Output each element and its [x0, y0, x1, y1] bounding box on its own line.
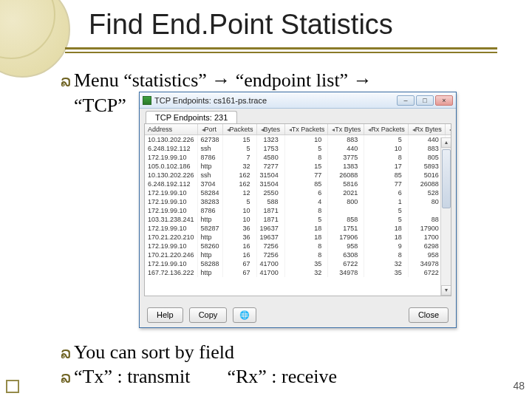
table-cell: 5	[222, 144, 256, 153]
col-rx-bytes[interactable]: ◂Rx Bytes	[408, 124, 445, 135]
table-cell: 1871	[256, 215, 284, 224]
table-row[interactable]: 172.19.99.1058260167256895896298-	[145, 242, 451, 250]
table-cell: 1323	[256, 135, 284, 145]
bullet-text: “TCP”	[74, 95, 126, 116]
table-cell: 1383	[328, 162, 364, 171]
table-row[interactable]: 172.19.99.103828355884800180-	[145, 197, 451, 206]
table-cell: 3775	[328, 153, 364, 162]
table-cell: 103.31.238.241	[145, 215, 197, 224]
close-button[interactable]: Close	[409, 307, 449, 323]
col-rx-packets[interactable]: ◂Rx Packets	[364, 124, 409, 135]
table-cell: 10	[222, 215, 256, 224]
table-cell: 162	[222, 180, 256, 188]
col-latitude[interactable]: ◂Latitude	[445, 124, 451, 135]
table-cell: 1	[364, 197, 409, 206]
scroll-up-button[interactable]: ▴	[441, 137, 451, 148]
table-row[interactable]: 170.21.220.210http36196371817906181700-	[145, 233, 451, 242]
col-address[interactable]: Address	[145, 124, 197, 135]
table-cell: 77	[284, 171, 328, 180]
minimize-button[interactable]: –	[397, 95, 415, 106]
scroll-thumb[interactable]	[442, 149, 451, 208]
col-bytes[interactable]: ◂Bytes	[256, 124, 284, 135]
table-cell: 7256	[256, 250, 284, 259]
table-cell: 4	[284, 197, 328, 206]
title-underline	[65, 47, 497, 50]
table-row[interactable]: 6.248.192.1123704162315048558167726088-	[145, 180, 451, 188]
window-controls: – □ ×	[397, 95, 453, 106]
table-cell: 172.19.99.10	[145, 224, 197, 233]
decorative-square	[6, 380, 19, 393]
table-cell: 85	[364, 171, 409, 180]
copy-button[interactable]: Copy	[189, 307, 228, 323]
table-cell: 58260	[197, 242, 222, 250]
table-row[interactable]: 10.130.202.226ssh162315047726088855016-	[145, 171, 451, 180]
table-row[interactable]: 172.19.99.1058284122550620216528-	[145, 188, 451, 197]
table-row[interactable]: 103.31.238.241http1018715858588-	[145, 215, 451, 224]
vertical-scrollbar[interactable]: ▴ ▾	[440, 137, 451, 296]
table-cell: 10	[284, 135, 328, 145]
table-cell: 9	[364, 242, 409, 250]
table-cell: 1753	[256, 144, 284, 153]
table-row[interactable]: 172.19.99.10878610187185-	[145, 206, 451, 215]
table-cell: 528	[408, 188, 445, 197]
table-cell: 34978	[328, 268, 364, 277]
table-cell: 958	[328, 242, 364, 250]
table-row[interactable]: 105.0.102.186http327277151383175893-	[145, 162, 451, 171]
table-cell: 17906	[328, 233, 364, 242]
table-cell: 26088	[408, 180, 445, 188]
table-cell: 162	[222, 171, 256, 180]
table-cell: http	[197, 162, 222, 171]
bullet-icon: ລ	[61, 368, 71, 386]
table-cell: 31504	[256, 171, 284, 180]
table-cell: 5893	[408, 162, 445, 171]
col-tx-bytes[interactable]: ◂Tx Bytes	[328, 124, 364, 135]
table-cell: 6.248.192.112	[145, 180, 197, 188]
table-cell: 31504	[256, 180, 284, 188]
help-button[interactable]: Help	[147, 307, 183, 323]
scroll-down-button[interactable]: ▾	[441, 285, 451, 296]
table-cell: 35	[364, 268, 409, 277]
table-row[interactable]: 10.130.202.22662738151323108835440-	[145, 135, 451, 145]
table-cell: 3704	[197, 180, 222, 188]
bullet-menu-path: ລMenu “statistics” → “endpoint list” →	[61, 69, 372, 92]
table-cell: 67	[222, 259, 256, 268]
table-cell: 858	[328, 215, 364, 224]
map-button[interactable]: 🌐	[233, 307, 256, 323]
tab-tcp-endpoints[interactable]: TCP Endpoints: 231	[146, 111, 237, 123]
maximize-button[interactable]: □	[416, 95, 434, 106]
bullet-icon: ລ	[61, 344, 71, 362]
table-cell: 12	[222, 188, 256, 197]
table-cell: 16	[222, 250, 256, 259]
table-row[interactable]: 170.21.220.246http167256863088958-	[145, 250, 451, 259]
table-cell: 7277	[256, 162, 284, 171]
table-cell: 440	[408, 135, 445, 145]
table-cell: 32	[222, 162, 256, 171]
table-cell: 172.19.99.10	[145, 197, 197, 206]
table-cell: 8	[364, 250, 409, 259]
table-cell: 58284	[197, 188, 222, 197]
close-window-button[interactable]: ×	[435, 95, 453, 106]
table-cell: 17	[364, 162, 409, 171]
dialog-titlebar[interactable]: TCP Endpoints: cs161-ps.trace – □ ×	[140, 92, 456, 109]
table-cell: 1751	[328, 224, 364, 233]
table-row[interactable]: 172.19.99.105828867417003567223234978-	[145, 259, 451, 268]
table-cell: 883	[328, 135, 364, 145]
table-cell: 172.19.99.10	[145, 188, 197, 197]
bullet-text: Menu “statistics” → “endpoint list” →	[74, 69, 372, 91]
table-cell: 58288	[197, 259, 222, 268]
tcp-endpoints-dialog: TCP Endpoints: cs161-ps.trace – □ × TCP …	[139, 92, 457, 328]
table-row[interactable]: 167.72.136.222http67417003234978356722-	[145, 268, 451, 277]
table-cell: 85	[284, 180, 328, 188]
page-number: 48	[513, 380, 525, 392]
col-packets[interactable]: ◂Packets	[222, 124, 256, 135]
table-cell: 67	[222, 268, 256, 277]
table-cell: 62738	[197, 135, 222, 145]
col-port[interactable]: ◂Port	[197, 124, 222, 135]
slide: Find End.Point Statistics ລMenu “statist…	[0, 0, 532, 399]
table-row[interactable]: 172.19.99.10878674580837758805-	[145, 153, 451, 162]
table-row[interactable]: 6.248.192.112ssh51753544010883-	[145, 144, 451, 153]
col-tx-packets[interactable]: ◂Tx Packets	[284, 124, 328, 135]
table-cell: 32	[364, 259, 409, 268]
table-cell	[408, 206, 445, 215]
table-row[interactable]: 172.19.99.105828736196371817511817900-	[145, 224, 451, 233]
